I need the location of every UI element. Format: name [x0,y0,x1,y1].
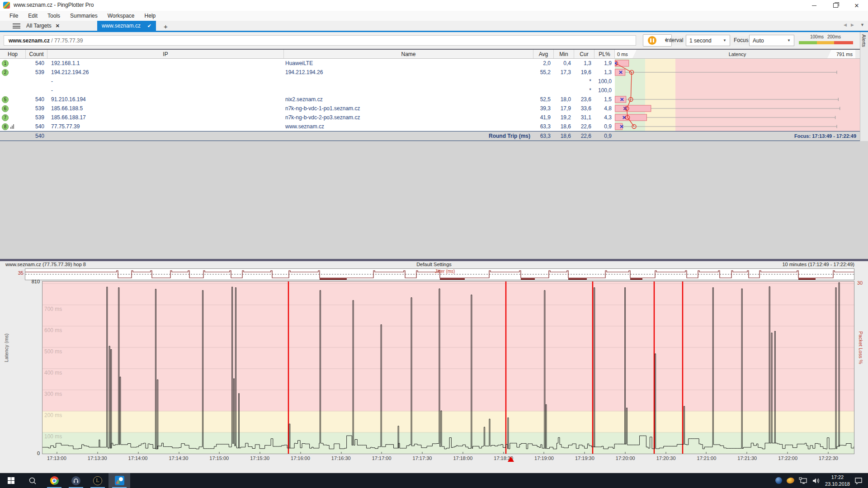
hop-row-5[interactable]: 554091.210.16.194nix2.seznam.cz52,518,02… [0,95,860,104]
menu-tools[interactable]: Tools [42,11,65,21]
timeline-target-label: www.seznam.cz (77.75.77.39) hop 8 [5,262,86,267]
hop-avg: 63,3 [533,122,554,131]
network-icon[interactable] [799,477,808,484]
restore-button[interactable] [826,0,845,11]
xaxis-label: 17:22:30 [819,455,838,461]
hop-avg: 55,2 [533,68,554,77]
gold-disc-tray-icon[interactable] [786,477,795,484]
minimize-button[interactable] [804,0,824,11]
hop-latency-cell [615,59,860,68]
interval-value: 1 second [689,38,712,44]
target-address-box[interactable]: www.seznam.cz / 77.75.77.39 [4,35,636,46]
yaxis-title: Latency (ms) [4,333,9,362]
xaxis-label: 17:14:30 [169,455,188,461]
tab-scroll-left-icon[interactable]: ◀ [844,23,847,27]
hop-row-unknown-4[interactable]: -*100,0 [0,86,860,95]
hop-pl: 1,3 [594,68,615,77]
col-ip[interactable]: IP [47,50,284,58]
hop-row-2[interactable]: 2539194.212.194.26194.212.194.2655,217,3… [0,68,860,77]
hop-count [26,77,47,86]
latency-scale-legend: 100ms 200ms [799,34,853,46]
taskbar-league-of-legends[interactable]: L [87,473,108,488]
xaxis-label: 17:13:00 [47,455,66,461]
target-ip: 77.75.77.39 [54,38,83,44]
hop-name: n7k-ng-b-vdc-1-po1.seznam.cz [284,104,533,113]
col-min[interactable]: Min [554,50,574,58]
hop-avg: 41,9 [533,113,554,122]
tab-active-label: www.seznam.cz [102,23,141,29]
summary-focus-range: Focus: 17:13:49 - 17:22:49 [615,131,860,141]
hop-row-8[interactable]: 854077.75.77.39www.seznam.cz63,318,622,6… [0,122,860,131]
hop-table-header: Hop Count IP Name Avg Min Cur PL% Latenc… [0,49,860,59]
tab-active[interactable]: www.seznam.cz ✔ [97,21,156,31]
round-trip-summary-row[interactable]: 540 Round Trip (ms) 63,3 18,6 22,6 0,9 F… [0,131,860,141]
loss-event-marker[interactable] [508,456,514,462]
hop-ip: - [47,86,284,95]
blue-sphere-tray-icon[interactable] [775,477,782,484]
taskbar-teamspeak[interactable] [65,473,87,488]
hop-min: 17,3 [554,68,574,77]
volume-icon[interactable] [812,477,821,484]
timeline-plot[interactable]: 700 ms600 ms500 ms400 ms300 ms200 ms100 … [42,281,854,454]
menu-file[interactable]: File [5,11,23,21]
focus-value: Auto [753,38,764,44]
alerts-side-tab[interactable]: Alerts [860,32,868,141]
col-cur[interactable]: Cur [574,50,594,58]
hop-latency-cell [615,104,860,113]
hop-circle: 8 [2,123,9,130]
hop-row-1[interactable]: 1540192.168.1.1HuaweiLTE2,00,41,31,9 [0,59,860,68]
clock-time: 17:22 [831,474,844,480]
col-count[interactable]: Count [26,50,47,58]
tab-close-icon[interactable]: ✕ [56,23,60,29]
col-pl[interactable]: PL% [594,50,615,58]
hop-circle: 2 [2,69,9,76]
tab-all-targets-label: All Targets [26,23,52,29]
start-button[interactable] [0,473,22,488]
close-button[interactable]: ✕ [847,0,867,11]
menu-edit[interactable]: Edit [23,11,42,21]
hop-min [554,77,574,86]
summary-min: 18,6 [554,131,574,141]
menu-summaries[interactable]: Summaries [65,11,103,21]
focus-select[interactable]: Auto ▼ [749,35,794,46]
hamburger-icon[interactable] [13,23,20,28]
hop-name [284,77,533,86]
hop-count: 540 [26,59,47,68]
hop-pl: 1,9 [594,59,615,68]
xaxis-label: 17:21:00 [697,455,717,461]
hop-cur: 19,6 [574,68,594,77]
hop-table-body: 1540192.168.1.1HuaweiLTE2,00,41,31,92539… [0,59,860,131]
menu-help[interactable]: Help [140,11,161,21]
tab-list-icon[interactable]: ▼ [860,23,864,27]
new-tab-button[interactable]: + [164,21,168,31]
grid-label-600: 600 ms [44,327,62,333]
hop-cur: 31,1 [574,113,594,122]
taskbar-pingplotter[interactable] [108,473,130,488]
col-avg[interactable]: Avg [533,50,554,58]
xaxis-label: 17:16:30 [331,455,351,461]
interval-select[interactable]: 1 second ▼ [686,35,730,46]
action-center-icon[interactable] [854,477,863,484]
tab-strip: All Targets ✕ www.seznam.cz ✔ + ◀ ▶ ▼ [0,21,868,31]
pause-button[interactable] [643,34,661,47]
grid-label-500: 500 ms [44,348,62,355]
hop-row-6[interactable]: 6539185.66.188.5n7k-ng-b-vdc-1-po1.sezna… [0,104,860,113]
restore-icon [833,3,838,8]
taskbar-clock[interactable]: 17:22 23.10.2018 [825,474,850,487]
focus-label: Focus [734,37,749,43]
hop-row-7[interactable]: 7539185.66.188.17n7k-ng-b-vdc-2-po3.sezn… [0,113,860,122]
tab-all-targets[interactable]: All Targets ✕ [26,21,60,31]
tab-scroll-right-icon[interactable]: ▶ [851,23,854,27]
taskbar-chrome[interactable] [43,473,65,488]
search-button[interactable] [22,473,43,488]
hop-cur: * [574,77,594,86]
chrome-icon [50,476,59,485]
hop-latency-cell [615,122,860,131]
col-hop[interactable]: Hop [0,50,26,58]
xaxis-label: 17:17:00 [372,455,392,461]
menu-workspace[interactable]: Workspace [103,11,140,21]
hop-row-unknown-3[interactable]: -*100,0 [0,77,860,86]
pause-icon [648,36,656,45]
hop-count: 540 [26,122,47,131]
col-name[interactable]: Name [284,50,533,58]
